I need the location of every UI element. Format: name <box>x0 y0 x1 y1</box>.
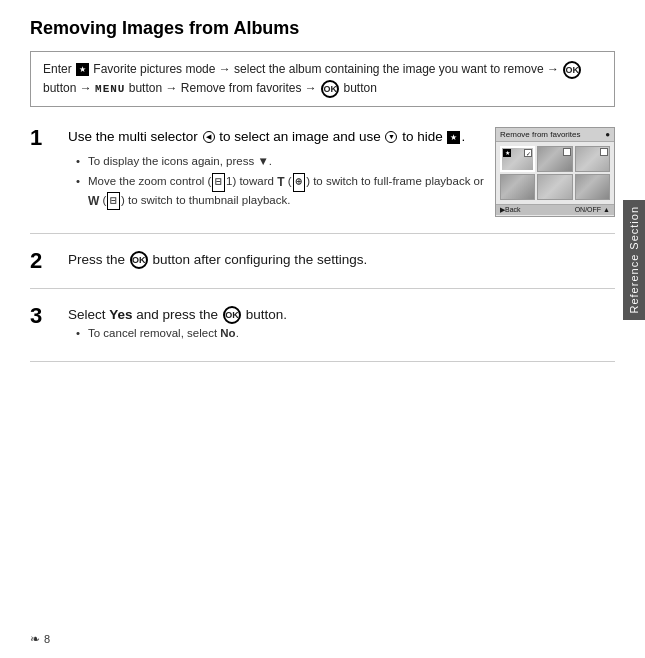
bullet-2: Move the zoom control (⊟1) toward T (⊕) … <box>76 173 485 210</box>
camera-screen: Remove from favorites ● ★ ✓ <box>495 127 615 217</box>
ok-button-icon: OK <box>563 61 581 79</box>
step-1-content: Use the multi selector to select an imag… <box>68 127 615 217</box>
sidebar-tab: Reference Section <box>623 200 645 320</box>
step-1-bullets: To display the icons again, press ▼. Mov… <box>68 153 485 210</box>
menu-text: MENU <box>95 83 125 95</box>
yes-text: Yes <box>109 307 132 322</box>
screen-mode: ● <box>605 130 610 139</box>
step-1-number: 1 <box>30 127 60 149</box>
step-1-title: Use the multi selector to select an imag… <box>68 127 485 147</box>
thumb-1: ★ ✓ <box>500 146 535 172</box>
step-3-title: Select Yes and press the OK button. <box>68 305 615 325</box>
step-3-content: Select Yes and press the OK button. To c… <box>68 305 615 346</box>
camera-screen-footer: ▶Back ON/OFF ▲ <box>496 204 614 215</box>
bullet-1: To display the icons again, press ▼. <box>76 153 485 170</box>
ok-btn-step2: OK <box>130 251 148 269</box>
step-3-bullets: To cancel removal, select No. <box>68 325 615 342</box>
thumb-2 <box>537 146 572 172</box>
step-2-number: 2 <box>30 250 60 272</box>
thumb-3 <box>575 146 610 172</box>
thumb-4 <box>500 174 535 200</box>
thumb-5 <box>537 174 572 200</box>
thumb-2-check <box>563 148 571 156</box>
page-title: Removing Images from Albums <box>30 18 615 39</box>
footer-back: ▶Back <box>500 206 521 214</box>
w-label: W <box>88 194 99 208</box>
camera-screen-header: Remove from favorites ● <box>496 128 614 142</box>
no-text: No <box>220 327 235 339</box>
page-footer: ❧ 8 <box>30 632 50 646</box>
sidebar-tab-label: Reference Section <box>628 206 640 314</box>
screen-title: Remove from favorites <box>500 130 580 139</box>
zoom-ctrl-icon: ⊟ <box>212 173 225 192</box>
step-3-number: 3 <box>30 305 60 327</box>
footer-page-number: 8 <box>44 633 50 645</box>
zoom-out-icon: ⊟ <box>107 192 120 211</box>
thumb-1-star: ★ <box>503 149 511 157</box>
favorite-icon: ★ <box>76 63 89 76</box>
thumb-5-img <box>538 175 571 199</box>
thumb-6-img <box>576 175 609 199</box>
t-label: T <box>277 175 284 189</box>
step-3-bullet: To cancel removal, select No. <box>76 325 615 342</box>
ok-btn-step3: OK <box>223 306 241 324</box>
step-2-text: Press the OK button after configuring th… <box>68 250 367 270</box>
star-hide-icon: ★ <box>447 131 460 144</box>
thumb-1-check: ✓ <box>524 149 532 157</box>
step-3-section: 3 Select Yes and press the OK button. To… <box>30 305 615 363</box>
camera-grid: ★ ✓ <box>496 142 614 204</box>
step-1-text-area: Use the multi selector to select an imag… <box>68 127 485 214</box>
step-1-section: 1 Use the multi selector to select an im… <box>30 127 615 234</box>
step-1-main-row: Use the multi selector to select an imag… <box>68 127 615 217</box>
thumb-3-check <box>600 148 608 156</box>
zoom-in-icon: ⊕ <box>293 173 306 192</box>
left-selector-icon <box>203 131 215 143</box>
info-box: Enter ★ Favorite pictures mode → select … <box>30 51 615 107</box>
step-2-section: 2 Press the OK button after configuring … <box>30 250 615 289</box>
main-content: Removing Images from Albums Enter ★ Favo… <box>0 0 645 396</box>
footer-icon: ❧ <box>30 632 40 646</box>
thumb-4-img <box>501 175 534 199</box>
info-text: Enter ★ Favorite pictures mode → select … <box>43 62 582 95</box>
footer-onoff: ON/OFF ▲ <box>575 206 610 214</box>
down-selector-icon <box>385 131 397 143</box>
ok-button-icon2: OK <box>321 80 339 98</box>
thumb-6 <box>575 174 610 200</box>
